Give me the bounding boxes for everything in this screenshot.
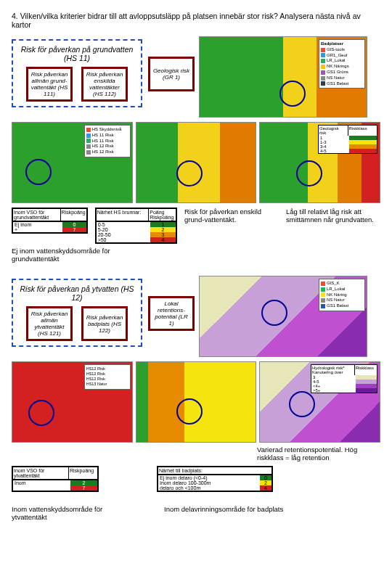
node-hs112: Risk påverkan enskilda vattentäkter (HS … (81, 67, 128, 102)
caption-inom-vso-yt: Inom vattenskyddsområde för ytvattentäkt (12, 505, 135, 521)
map-lr1-marker (261, 300, 287, 326)
comment-risk-enskild: Risk för påverkan enskild grund-vattentä… (184, 208, 279, 223)
legend-title: Badplatser (321, 41, 343, 47)
table-hs112-title: Närhet HS brunnar: (97, 209, 149, 221)
comment-risk-geol: Låg till relativt låg risk att smittämne… (286, 208, 380, 223)
caption-inom-delavr: Inom delavrinningsområde för badplats (164, 505, 283, 521)
caption-ej-inom-vso: Ej inom vattenskyddsområde för grundvatt… (12, 247, 128, 263)
map-riskklass: Geologisk riskRiskklass 1 1-3 3-4 4-5 (259, 122, 380, 203)
comment-retention: Varierad retentionspotential. Hög riskkl… (257, 446, 380, 462)
map-hs111-legend: HS Skyddsnivå HS 11 Risk HS 11 Risk HS 1… (84, 125, 131, 157)
map-gr1-legend: Badplatser GIS-tools GR1_Geol LR_Lokal N… (319, 39, 365, 89)
map-retklass: Hydrologisk risk* Kanotering överRiskkla… (259, 361, 380, 443)
map-lr1-legend: GIS_K LR_Lokal NK Näring NS Natur GS1 Be… (319, 279, 365, 311)
page-heading: 4. Vilken/vilka kriterier bidrar till at… (12, 12, 380, 29)
map-riskklass-marker (296, 160, 322, 186)
map-gr1: Badplatser GIS-tools GR1_Geol LR_Lokal N… (199, 36, 367, 118)
section-grundvatten: Risk för påverkan på grundvatten (HS 11)… (12, 36, 380, 118)
map-hs121-marker (28, 400, 54, 426)
node-hs122: Risk påverkan badplats (HS 122) (81, 306, 128, 341)
row-grund-tables: Inom VSO för grundvattentäkt Riskpoäng E… (12, 208, 380, 244)
section-ytvatten: Risk för påverkan på ytvatten (HS 12) Ri… (12, 276, 380, 357)
row-grund-maps: HS Skyddsnivå HS 11 Risk HS 11 Risk HS 1… (12, 122, 380, 203)
table-yt-title: Inom VSO för ytvattentäkt (13, 467, 68, 479)
map-hs122-marker (176, 398, 203, 424)
table-bad-title: Närhet till badplats: (157, 466, 273, 475)
map-hs111-marker (25, 159, 52, 185)
map-lr1: GIS_K LR_Lokal NK Näring NS Natur GS1 Be… (199, 276, 367, 357)
node-hs111: Risk påverkan allmän grund-vattentäkt (H… (26, 67, 73, 102)
table-vso-title: Inom VSO för grundvattentäkt (13, 209, 60, 221)
row-yt-tables: Inom VSO för ytvattentäkt Riskpoäng Inom… (12, 466, 380, 492)
map-hs112 (136, 122, 257, 203)
map-hs111: HS Skyddsnivå HS 11 Risk HS 11 Risk HS 1… (12, 122, 133, 203)
node-lr1: Lokal retentions-potential (LR 1) (148, 296, 195, 331)
map-retklass-marker (289, 391, 315, 417)
map-hs121-legend: HS12 RiskHS12 RiskHS12 RiskHS13 Natur (84, 364, 131, 390)
map-hs122 (136, 361, 257, 443)
map-hs112-marker (176, 160, 203, 186)
group-hs11: Risk för påverkan på grundvatten (HS 11)… (12, 39, 142, 107)
row-yt-maps: HS12 RiskHS12 RiskHS12 RiskHS13 Natur Hy… (12, 361, 380, 443)
group-hs12-title: Risk för påverkan på ytvatten (HS 12) (19, 284, 135, 302)
group-hs12: Risk för påverkan på ytvatten (HS 12) Ri… (12, 279, 142, 347)
node-gr1: Geologisk risk (GR 1) (148, 57, 195, 91)
node-hs121: Risk påverkan allmän ytvattentäkt (HS 12… (26, 306, 73, 341)
map-gr1-marker (279, 81, 306, 107)
group-hs11-title: Risk för påverkan på grundvatten (HS 11) (19, 45, 135, 62)
map-hs121: HS12 RiskHS12 RiskHS12 RiskHS13 Natur (12, 361, 133, 443)
